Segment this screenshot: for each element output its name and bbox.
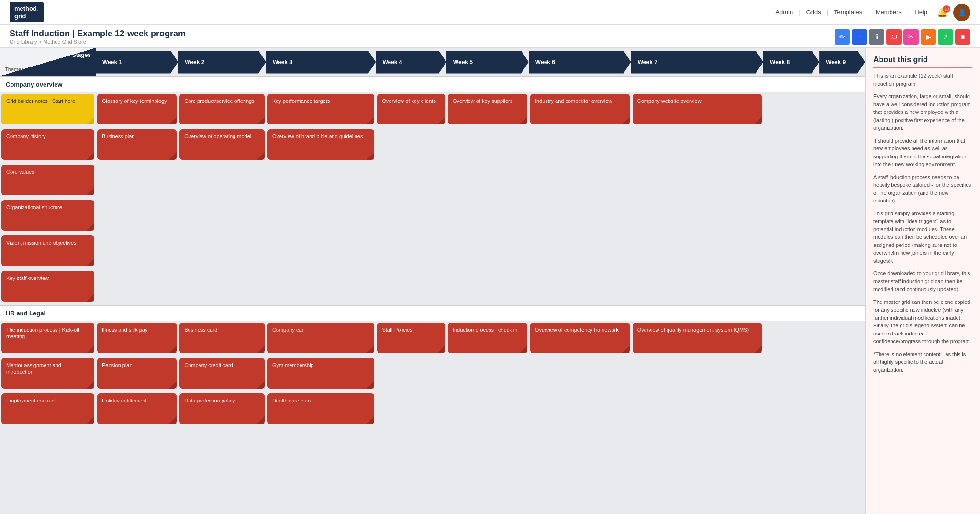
tag-button[interactable]: 🏷 (886, 29, 902, 45)
logo-box: method. grid (10, 2, 44, 22)
cell-0-4-2 (178, 234, 266, 269)
week5-arrow: Week 5 (446, 51, 529, 74)
stages-label: Stages (72, 52, 91, 58)
cell-0-0-4: Overview of key clients (376, 92, 446, 128)
cell-0-3-7 (631, 199, 763, 234)
section-row-1: HR and Legal (0, 305, 865, 321)
card-0-1-2[interactable]: Overview of operating model (179, 129, 265, 160)
avatar[interactable]: 👤 (953, 4, 970, 21)
cell-0-0-7: Company website overview (631, 92, 763, 128)
card-0-2-0[interactable]: Core values (1, 165, 94, 195)
card-0-0-0[interactable]: Grid builder notes | Start here! (1, 94, 94, 124)
card-1-0-1[interactable]: Illness and sick pay (97, 323, 177, 353)
card-1-2-0[interactable]: Employment contract (1, 393, 94, 424)
edit-button[interactable]: ✏ (835, 29, 850, 45)
cell-0-2-5 (446, 163, 529, 199)
card-0-0-2[interactable]: Core product/service offerings (179, 94, 265, 124)
cell-0-1-1: Business plan (96, 128, 178, 163)
nav-help[interactable]: Help (911, 9, 931, 16)
card-1-0-3[interactable]: Company car (267, 323, 375, 353)
nav-templates[interactable]: Templates (830, 9, 866, 16)
data-row-1-0: The induction process | Kick-off meeting… (0, 321, 865, 357)
card-1-2-1[interactable]: Holiday entitlement (97, 393, 177, 424)
cell-0-2-0: Core values (0, 163, 96, 199)
stop-button[interactable]: ■ (955, 29, 970, 45)
card-1-1-2[interactable]: Company credit card (179, 358, 265, 389)
cell-0-5-1 (96, 269, 178, 305)
cut-button[interactable]: ✂ (903, 29, 919, 45)
cell-0-2-3 (266, 163, 376, 199)
cell-1-2-5 (446, 392, 529, 427)
data-row-0-0: Grid builder notes | Start here!Glossary… (0, 92, 865, 128)
card-1-1-3[interactable]: Gym membership (267, 358, 375, 389)
cell-1-1-3: Gym membership (266, 357, 376, 392)
info-button[interactable]: ℹ (869, 29, 884, 45)
sidebar: About this grid This is an example (12 w… (865, 48, 980, 514)
card-0-4-0[interactable]: Vision, mission and objectives (1, 235, 94, 266)
card-0-0-4[interactable]: Overview of key clients (377, 94, 445, 124)
grid-area[interactable]: Stages Themes Week 1 Week 2 Week 3 (0, 48, 865, 514)
card-0-0-1[interactable]: Glossary of key terminology (97, 94, 177, 124)
card-1-2-2[interactable]: Data protection policy (179, 393, 265, 424)
cell-1-0-3: Company car (266, 321, 376, 357)
card-1-0-4[interactable]: Staff Policies (377, 323, 445, 353)
cell-1-0-6: Overview of competency framework (529, 321, 631, 357)
cell-1-0-7: Overview of quality management system (Q… (631, 321, 763, 357)
share-button[interactable]: ↗ (938, 29, 953, 45)
data-row-0-2: Core values (0, 163, 865, 199)
card-1-1-1[interactable]: Pension plan (97, 358, 177, 389)
card-0-1-0[interactable]: Company history (1, 129, 94, 160)
cell-0-5-8 (763, 269, 819, 305)
card-0-5-0[interactable]: Key staff overview (1, 271, 94, 302)
card-0-0-6[interactable]: Industry and competitor overview (530, 94, 630, 124)
header-row: Stages Themes Week 1 Week 2 Week 3 (0, 48, 865, 77)
nav-grids[interactable]: Grids (802, 9, 825, 16)
card-0-1-3[interactable]: Overview of brand bible and guidelines (267, 129, 375, 160)
cell-0-4-7 (631, 234, 763, 269)
cell-0-4-0: Vision, mission and objectives (0, 234, 96, 269)
card-1-0-0[interactable]: The induction process | Kick-off meeting (1, 323, 94, 353)
nav-admin[interactable]: Admin (771, 9, 797, 16)
bell-badge: 73 (943, 5, 950, 13)
week4-arrow: Week 4 (376, 51, 446, 74)
top-nav: method. grid Admin | Grids | Templates |… (0, 0, 980, 25)
week6-arrow: Week 6 (529, 51, 631, 74)
cell-0-2-2 (178, 163, 266, 199)
section-row-0: Company overview (0, 77, 865, 92)
card-1-0-5[interactable]: Induction process | check in (448, 323, 527, 353)
card-0-1-1[interactable]: Business plan (97, 129, 177, 160)
data-row-1-2: Employment contractHoliday entitlementDa… (0, 392, 865, 427)
minus-button[interactable]: − (852, 29, 867, 45)
card-0-0-3[interactable]: Key performance targets (267, 94, 375, 124)
play-button[interactable]: ▶ (921, 29, 936, 45)
card-0-3-0[interactable]: Organizational structure (1, 200, 94, 231)
nav-members[interactable]: Members (872, 9, 905, 16)
cell-0-1-8 (763, 128, 819, 163)
nav-icons: 🔔 73 👤 (937, 4, 970, 21)
cell-0-1-7 (631, 128, 763, 163)
card-1-0-2[interactable]: Business card (179, 323, 265, 353)
card-1-0-6[interactable]: Overview of competency framework (530, 323, 630, 353)
card-1-2-3[interactable]: Health care plan (267, 393, 375, 424)
cell-0-5-7 (631, 269, 763, 305)
bell-button[interactable]: 🔔 73 (937, 7, 947, 18)
week9-header-cell: Week 9 (819, 48, 865, 77)
cell-0-3-1 (96, 199, 178, 234)
cell-0-4-1 (96, 234, 178, 269)
cell-0-2-7 (631, 163, 763, 199)
cell-0-0-0: Grid builder notes | Start here! (0, 92, 96, 128)
card-1-1-0[interactable]: Mentor assignment and introduction (1, 358, 94, 389)
sidebar-para-3: A staff induction process needs to be he… (873, 173, 972, 205)
card-1-0-7[interactable]: Overview of quality management system (Q… (633, 323, 762, 353)
cell-0-3-6 (529, 199, 631, 234)
card-0-0-5[interactable]: Overview of key suppliers (448, 94, 527, 124)
sidebar-para-0: This is an example (12 week) staff induc… (873, 72, 972, 88)
logo[interactable]: method. grid (10, 2, 44, 22)
card-0-0-7[interactable]: Company website overview (633, 94, 762, 124)
cell-1-2-0: Employment contract (0, 392, 96, 427)
cell-1-2-1: Holiday entitlement (96, 392, 178, 427)
cell-0-3-5 (446, 199, 529, 234)
breadcrumb: Grid Library > Method Grid Store (10, 39, 186, 45)
week2-header-cell: Week 2 (178, 48, 266, 77)
cell-1-2-6 (529, 392, 631, 427)
